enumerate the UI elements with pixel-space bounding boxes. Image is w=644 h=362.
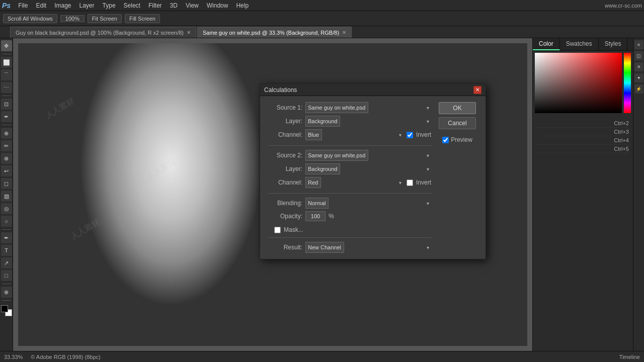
tool-gradient[interactable]: ▨ — [1, 191, 12, 202]
status-zoom: 33.33% — [4, 354, 23, 360]
menu-filter[interactable]: Filter — [145, 1, 166, 10]
tool-history-brush[interactable]: ↩ — [1, 165, 12, 176]
tool-shape[interactable]: □ — [1, 270, 12, 281]
channel2-select[interactable]: Red — [305, 177, 321, 188]
app-logo: Ps — [2, 2, 11, 10]
color-gradient[interactable] — [535, 53, 622, 113]
tool-eyedropper[interactable]: ✒ — [1, 111, 12, 122]
divider-2 — [268, 193, 431, 194]
opacity-input[interactable] — [305, 211, 326, 221]
shortcut-5-key: Ctrl+5 — [614, 146, 629, 152]
menu-3d[interactable]: 3D — [167, 1, 181, 10]
menu-select[interactable]: Select — [120, 1, 144, 10]
tool-path-select[interactable]: ↗ — [1, 257, 12, 268]
zoom-input[interactable] — [60, 15, 85, 22]
menu-type[interactable]: Type — [99, 1, 119, 10]
dialog-form: Source 1: Same guy on white.psd Layer: — [268, 102, 431, 253]
panel-tab-swatches[interactable]: Swatches — [560, 38, 599, 50]
tool-move[interactable]: ✥ — [1, 40, 12, 51]
fit-screen-btn[interactable]: Fit Screen — [88, 14, 122, 23]
menu-layer[interactable]: Layer — [76, 1, 98, 10]
invert2-checkbox[interactable] — [407, 179, 413, 186]
tab-0[interactable]: Guy on black background.psd @ 100% (Back… — [10, 27, 196, 38]
scroll-all-windows-btn[interactable]: Scroll All Windows — [3, 14, 57, 23]
dialog-title: Calculations — [264, 86, 473, 94]
menu-window[interactable]: Window — [203, 1, 232, 10]
mask-checkbox[interactable] — [274, 227, 281, 233]
left-toolbar: ✥ ⬜ ⌒ ⋯ ⊡ ✒ ⊕ ✏ ⊗ ↩ ◻ ▨ ◎ ○ ✒ T ↗ □ ⊕ — [0, 38, 13, 351]
tool-brush[interactable]: ✏ — [1, 140, 12, 151]
right-panel: Color Swatches Styles Ctrl+2 Ctrl+3 — [532, 38, 633, 351]
tool-stamp[interactable]: ⊗ — [1, 153, 12, 164]
color-panel: Ctrl+2 Ctrl+3 Ctrl+4 Ctrl+5 — [533, 51, 633, 351]
tool-eraser[interactable]: ◻ — [1, 178, 12, 189]
tool-pen[interactable]: ✒ — [1, 232, 12, 243]
hue-slider[interactable] — [624, 53, 631, 113]
menu-edit[interactable]: Edit — [32, 1, 50, 10]
layer1-select[interactable]: Background — [305, 116, 340, 127]
preview-checkbox[interactable] — [442, 137, 449, 143]
mask-label: Mask... — [284, 226, 303, 233]
channel1-select[interactable]: Blue — [305, 129, 322, 140]
source2-select[interactable]: Same guy on white.psd — [305, 150, 368, 161]
tab-1[interactable]: Same guy on white.psd @ 33.3% (Backgroun… — [197, 27, 352, 38]
layer1-select-wrap: Background — [305, 116, 431, 127]
menu-help[interactable]: Help — [232, 1, 252, 10]
opacity-label: Opacity: — [268, 213, 302, 220]
ok-button[interactable]: OK — [439, 102, 476, 114]
source1-section: Source 1: Same guy on white.psd Layer: — [268, 102, 431, 140]
opacity-row: Opacity: % — [268, 211, 431, 221]
mini-tool-paths[interactable]: ✕ — [634, 62, 643, 71]
tab-0-close[interactable]: ✕ — [187, 30, 191, 35]
blending-section: Blending: Normal Opacity: % — [268, 198, 431, 221]
tool-heal[interactable]: ⊕ — [1, 128, 12, 139]
source1-select[interactable]: Same guy on white.psd — [305, 102, 368, 113]
mini-tool-actions[interactable]: ⚡ — [634, 84, 643, 94]
tool-dodge[interactable]: ○ — [1, 216, 12, 227]
panel-tab-styles[interactable]: Styles — [599, 38, 628, 50]
status-bar: 33.33% © Adobe RGB (1998) (8bpc) Timelin… — [0, 351, 644, 362]
channel2-select-wrap: Red — [305, 177, 404, 188]
menu-file[interactable]: File — [15, 1, 31, 10]
menu-right: www.cr-sc.com — [605, 3, 642, 9]
dialog-titlebar: Calculations ✕ — [260, 84, 486, 96]
fill-screen-btn[interactable]: Fill Screen — [125, 14, 160, 23]
canvas-area: 人人素材 人人素材 人人素材 人人素材 人人素材 Calculations ✕ — [13, 38, 532, 351]
mini-tool-channels[interactable]: ◫ — [634, 51, 643, 60]
menu-image[interactable]: Image — [51, 1, 74, 10]
shortcut-row-2: Ctrl+2 — [537, 119, 629, 128]
foreground-color-swatch[interactable] — [1, 305, 8, 312]
layer2-select-wrap: Background — [305, 163, 431, 174]
source2-section: Source 2: Same guy on white.psd Layer: — [268, 150, 431, 188]
tool-lasso[interactable]: ⌒ — [1, 69, 12, 80]
invert2-label: Invert — [416, 179, 431, 186]
tab-1-label: Same guy on white.psd @ 33.3% (Backgroun… — [203, 30, 339, 36]
result-select[interactable]: New Channel — [305, 242, 344, 253]
blending-select-wrap: Normal — [305, 198, 431, 209]
source2-row: Source 2: Same guy on white.psd — [268, 150, 431, 161]
shortcut-row-5: Ctrl+5 — [537, 145, 629, 153]
menu-view[interactable]: View — [182, 1, 202, 10]
panel-tab-color[interactable]: Color — [533, 38, 560, 50]
tool-text[interactable]: T — [1, 245, 12, 256]
tab-1-close[interactable]: ✕ — [342, 30, 346, 35]
layer2-select[interactable]: Background — [305, 163, 340, 174]
result-select-wrap: New Channel — [305, 242, 431, 253]
dialog-close-button[interactable]: ✕ — [473, 86, 481, 94]
tool-blur[interactable]: ◎ — [1, 203, 12, 214]
tool-marquee[interactable]: ⬜ — [1, 57, 12, 68]
main-area: ✥ ⬜ ⌒ ⋯ ⊡ ✒ ⊕ ✏ ⊗ ↩ ◻ ▨ ◎ ○ ✒ T ↗ □ ⊕ — [0, 38, 644, 351]
panel-tab-bar: Color Swatches Styles — [533, 38, 633, 51]
tool-zoom[interactable]: ⊕ — [1, 287, 12, 298]
cancel-button[interactable]: Cancel — [439, 117, 476, 129]
invert1-checkbox[interactable] — [407, 132, 413, 138]
channel1-row: Channel: Blue Invert — [268, 129, 431, 140]
tool-crop[interactable]: ⊡ — [1, 99, 12, 110]
mini-tool-layers[interactable]: ≡ — [634, 40, 643, 49]
mini-tool-star[interactable]: ✦ — [634, 73, 643, 82]
blending-label: Blending: — [268, 200, 302, 207]
source1-row: Source 1: Same guy on white.psd — [268, 102, 431, 113]
channel2-row: Channel: Red Invert — [268, 177, 431, 188]
blending-select[interactable]: Normal — [305, 198, 329, 209]
tool-magic-wand[interactable]: ⋯ — [1, 82, 12, 93]
